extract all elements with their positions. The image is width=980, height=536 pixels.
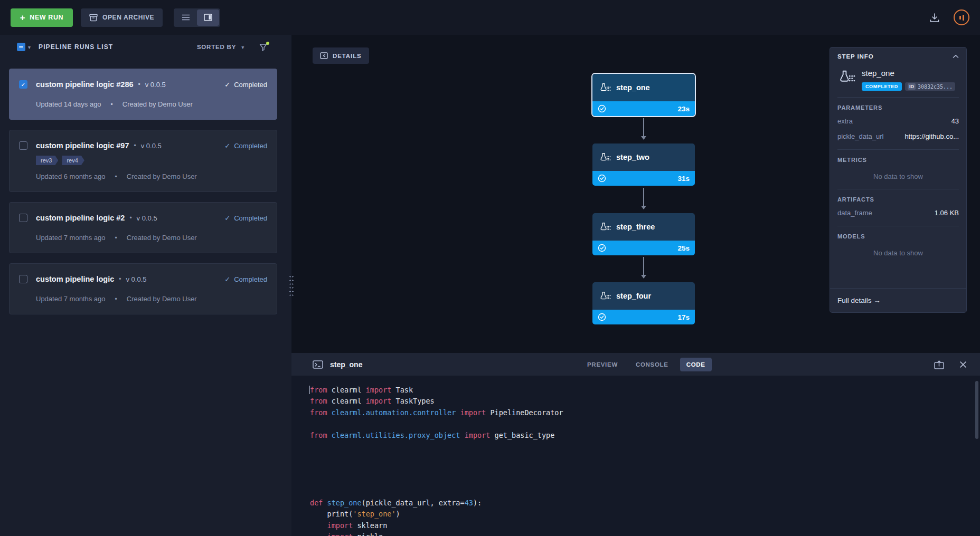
tag-chip[interactable]: rev3: [36, 156, 58, 165]
expand-panel-icon[interactable]: [934, 360, 944, 369]
artifacts-title: ARTIFACTS: [837, 196, 959, 203]
dot-separator: •: [138, 81, 140, 88]
code-scrollbar-thumb[interactable]: [975, 381, 978, 439]
run-created-by: Created by Demo User: [123, 100, 193, 108]
code-line: [310, 452, 980, 463]
run-updated: Updated 7 months ago: [36, 295, 106, 303]
run-checkbox[interactable]: ✓: [19, 80, 27, 89]
details-button[interactable]: DETAILS: [313, 47, 369, 64]
run-title: custom pipeline logic #2: [36, 214, 125, 222]
select-all-checkbox[interactable]: [17, 43, 25, 51]
topbar-right: [929, 9, 969, 25]
check-icon: ✓: [224, 81, 230, 89]
node-header: step_four: [592, 282, 695, 310]
flask-icon: [599, 291, 611, 301]
code-panel-step-title: step_one: [330, 360, 362, 369]
sorted-by-button[interactable]: SORTED BY ▾: [197, 44, 244, 50]
run-card[interactable]: custom pipeline logic #97 • v 0.0.5 ✓ Co…: [9, 130, 277, 192]
run-meta: Updated 7 months ago • Created by Demo U…: [36, 234, 267, 242]
node-name: step_one: [616, 83, 650, 92]
code-line: from clearml import TaskTypes: [310, 396, 980, 407]
code-panel-tabs: PREVIEW CONSOLE CODE: [581, 353, 712, 376]
details-icon: [320, 52, 328, 59]
run-card-header: custom pipeline logic • v 0.0.5 ✓ Comple…: [19, 275, 267, 283]
download-icon[interactable]: [929, 13, 940, 23]
step-badges: COMPLETED ID 30832c35...: [862, 82, 955, 91]
run-created-by: Created by Demo User: [127, 173, 197, 180]
dag-edge-arrow: [643, 188, 644, 209]
id-badge[interactable]: ID 30832c35...: [905, 82, 955, 91]
tab-console[interactable]: CONSOLE: [629, 358, 675, 371]
logo-bar: [963, 15, 964, 21]
runs-list: ✓ custom pipeline logic #286 • v 0.0.5 ✓…: [0, 59, 291, 314]
node-name: step_two: [616, 153, 649, 161]
dag-node-step-two[interactable]: step_two 31s: [592, 143, 695, 186]
view-toggle-group: [174, 8, 220, 27]
terminal-icon: [313, 360, 323, 369]
dot-separator: •: [134, 142, 136, 149]
filter-button[interactable]: [259, 43, 267, 51]
clearml-logo-icon[interactable]: [954, 9, 969, 25]
run-checkbox[interactable]: [19, 275, 27, 283]
run-created-by: Created by Demo User: [127, 234, 197, 242]
flask-icon: [599, 83, 611, 92]
code-line: [310, 441, 980, 452]
tab-code[interactable]: CODE: [680, 358, 712, 371]
run-version: v 0.0.5: [145, 81, 166, 89]
parameter-value: https://github.co...: [904, 132, 959, 140]
pipeline-runs-sidebar: ▾ PIPELINE RUNS LIST SORTED BY ▾ ✓ custo…: [0, 35, 291, 536]
close-panel-icon[interactable]: [959, 360, 967, 369]
full-details-link[interactable]: Full details →: [830, 288, 966, 312]
parameter-row: pickle_data_url https://github.co...: [837, 129, 959, 144]
run-card[interactable]: custom pipeline logic • v 0.0.5 ✓ Comple…: [9, 263, 277, 314]
run-version: v 0.0.5: [137, 214, 157, 222]
models-section: MODELS No data to show: [837, 226, 959, 265]
flask-icon: [599, 152, 611, 162]
run-meta: Updated 6 months ago • Created by Demo U…: [36, 173, 267, 180]
collapse-panel-button[interactable]: [953, 54, 959, 59]
sidebar-title: PIPELINE RUNS LIST: [39, 43, 113, 51]
node-status-bar: 17s: [592, 310, 695, 324]
code-line: from clearml.utilities.proxy_object impo…: [310, 430, 980, 441]
dag-node-step-three[interactable]: step_three 25s: [592, 213, 695, 255]
run-checkbox[interactable]: [19, 141, 27, 150]
code-content: from clearml import Taskfrom clearml imp…: [310, 385, 980, 536]
node-duration: 23s: [677, 105, 690, 113]
tab-preview[interactable]: PREVIEW: [581, 358, 624, 371]
new-run-button[interactable]: + NEW RUN: [11, 8, 73, 27]
run-card[interactable]: ✓ custom pipeline logic #286 • v 0.0.5 ✓…: [9, 69, 277, 120]
table-view-button[interactable]: [175, 9, 197, 26]
table-view-icon: [182, 14, 190, 21]
plus-icon: +: [20, 13, 26, 22]
run-checkbox[interactable]: [19, 214, 27, 222]
sidebar-resize-handle[interactable]: [289, 275, 294, 298]
code-line: [310, 475, 980, 486]
logo-bar: [959, 16, 961, 20]
code-line: [310, 486, 980, 497]
run-status-badge: ✓ Completed: [224, 142, 267, 150]
tag-chip[interactable]: rev4: [62, 156, 84, 165]
dot-separator: •: [115, 234, 117, 242]
details-label: DETAILS: [333, 53, 362, 59]
parameter-row: extra 43: [837, 113, 959, 129]
check-icon: ✓: [224, 214, 230, 222]
status-badge: COMPLETED: [862, 82, 902, 91]
dag-node-step-one[interactable]: step_one 23s: [592, 74, 695, 116]
code-line: [310, 418, 980, 429]
dot-separator: •: [119, 275, 121, 283]
select-dropdown-caret-icon[interactable]: ▾: [28, 44, 31, 50]
run-card[interactable]: custom pipeline logic #2 • v 0.0.5 ✓ Com…: [9, 202, 277, 253]
node-duration: 25s: [677, 244, 690, 252]
app-root: + NEW RUN OPEN ARCHIVE: [0, 0, 980, 536]
run-title: custom pipeline logic: [36, 275, 114, 283]
metrics-title: METRICS: [837, 157, 959, 163]
open-archive-button[interactable]: OPEN ARCHIVE: [81, 8, 163, 27]
dag-node-step-four[interactable]: step_four 17s: [592, 282, 695, 324]
step-summary: step_one COMPLETED ID 30832c35...: [837, 65, 959, 98]
dag-edge-arrow: [643, 118, 644, 139]
code-panel-actions: [934, 353, 967, 376]
run-updated: Updated 6 months ago: [36, 173, 106, 180]
step-summary-text: step_one COMPLETED ID 30832c35...: [862, 68, 955, 91]
split-view-button[interactable]: [197, 9, 219, 26]
run-version: v 0.0.5: [141, 142, 162, 150]
